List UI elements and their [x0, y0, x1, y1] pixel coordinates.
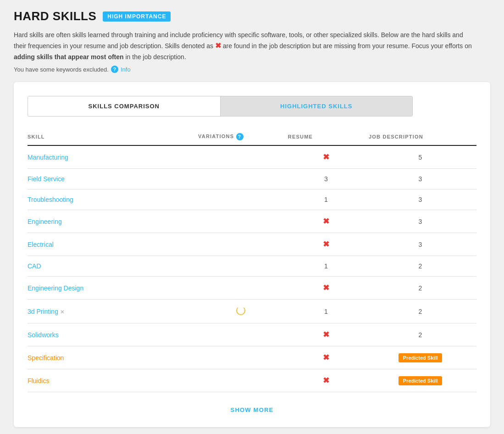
skill-variations: [198, 169, 288, 189]
skill-resume: 1: [288, 189, 369, 210]
missing-mark: ✖: [323, 240, 329, 249]
skill-name[interactable]: CAD: [28, 262, 41, 270]
skill-jd: 2: [369, 256, 476, 277]
skill-variations: [198, 256, 288, 277]
table-row: 3d Printing✕12: [28, 300, 476, 323]
skill-name[interactable]: Troubleshooting: [28, 196, 73, 203]
skill-resume: ✖: [288, 145, 369, 169]
show-more-button[interactable]: SHOW MORE: [231, 406, 274, 413]
missing-mark: ✖: [323, 153, 329, 161]
skill-variations: [198, 145, 288, 169]
show-more-section: SHOW MORE: [28, 401, 476, 418]
table-row: Fluidics✖Predicted Skill: [28, 369, 476, 392]
table-row: CAD12: [28, 256, 476, 277]
loading-icon: [236, 306, 245, 315]
excluded-tag: ✕: [60, 309, 65, 315]
col-header-variations: VARIATIONS ?: [198, 129, 288, 145]
skill-name[interactable]: Manufacturing: [28, 154, 68, 161]
importance-badge: HIGH IMPORTANCE: [103, 11, 171, 22]
skill-jd: 3: [369, 233, 476, 256]
skill-variations: [198, 277, 288, 300]
predicted-badge: Predicted Skill: [399, 353, 443, 362]
missing-mark: ✖: [323, 330, 329, 339]
info-line: You have some keywords excluded. ? Info: [14, 66, 490, 73]
missing-mark: ✖: [323, 353, 329, 362]
table-row: Field Service33: [28, 169, 476, 189]
skill-name[interactable]: Engineering Design: [28, 284, 83, 292]
table-row: Electrical✖3: [28, 233, 476, 256]
table-row: Manufacturing✖5: [28, 145, 476, 169]
skill-jd: Predicted Skill: [369, 346, 476, 369]
missing-mark: ✖: [323, 217, 329, 226]
tab-skills-comparison[interactable]: SKILLS COMPARISON: [28, 96, 220, 116]
missing-mark: ✖: [323, 284, 329, 292]
skill-name[interactable]: Fluidics: [28, 377, 49, 384]
variations-help-icon[interactable]: ?: [236, 133, 244, 140]
table-row: Specification✖Predicted Skill: [28, 346, 476, 369]
skill-jd: 3: [369, 169, 476, 189]
skill-variations: [198, 369, 288, 392]
col-header-jd: JOB DESCRIPTION: [369, 129, 476, 145]
skill-variations: [198, 323, 288, 346]
table-row: Solidworks✖2: [28, 323, 476, 346]
col-header-skill: SKILL: [28, 129, 198, 145]
tab-highlighted-skills[interactable]: HIGHLIGHTED SKILLS: [221, 96, 413, 116]
col-header-resume: RESUME: [288, 129, 369, 145]
info-icon: ?: [111, 66, 118, 73]
skill-resume: 1: [288, 256, 369, 277]
skill-resume: ✖: [288, 210, 369, 233]
skill-name[interactable]: Electrical: [28, 241, 54, 248]
skill-resume: 1: [288, 300, 369, 323]
skill-jd: 2: [369, 323, 476, 346]
skill-jd: 3: [369, 210, 476, 233]
skill-resume: ✖: [288, 233, 369, 256]
predicted-badge: Predicted Skill: [399, 376, 443, 385]
tab-bar: SKILLS COMPARISON HIGHLIGHTED SKILLS: [28, 96, 413, 117]
skill-name[interactable]: 3d Printing: [28, 308, 58, 315]
table-row: Engineering✖3: [28, 210, 476, 233]
skill-resume: ✖: [288, 369, 369, 392]
info-link[interactable]: Info: [121, 66, 131, 73]
skill-name[interactable]: Engineering: [28, 218, 62, 225]
page-title: HARD SKILLS: [14, 9, 96, 23]
skill-name[interactable]: Solidworks: [28, 331, 59, 339]
table-row: Troubleshooting13: [28, 189, 476, 210]
main-card: SKILLS COMPARISON HIGHLIGHTED SKILLS SKI…: [14, 82, 490, 427]
missing-mark: ✖: [323, 376, 329, 385]
skill-name[interactable]: Specification: [28, 354, 64, 362]
description-text: Hard skills are often skills learned thr…: [14, 30, 490, 62]
skill-resume: ✖: [288, 277, 369, 300]
skill-resume: ✖: [288, 346, 369, 369]
skill-variations: [198, 346, 288, 369]
skill-jd: 2: [369, 277, 476, 300]
skills-table: SKILL VARIATIONS ? RESUME JOB DESCRIPTIO…: [28, 129, 476, 392]
skill-name[interactable]: Field Service: [28, 175, 65, 183]
skill-jd: Predicted Skill: [369, 369, 476, 392]
skill-variations: [198, 300, 288, 323]
table-row: Engineering Design✖2: [28, 277, 476, 300]
skill-variations: [198, 233, 288, 256]
skill-resume: 3: [288, 169, 369, 189]
skill-jd: 5: [369, 145, 476, 169]
skill-variations: [198, 189, 288, 210]
skill-resume: ✖: [288, 323, 369, 346]
skill-jd: 3: [369, 189, 476, 210]
skill-variations: [198, 210, 288, 233]
skill-jd: 2: [369, 300, 476, 323]
